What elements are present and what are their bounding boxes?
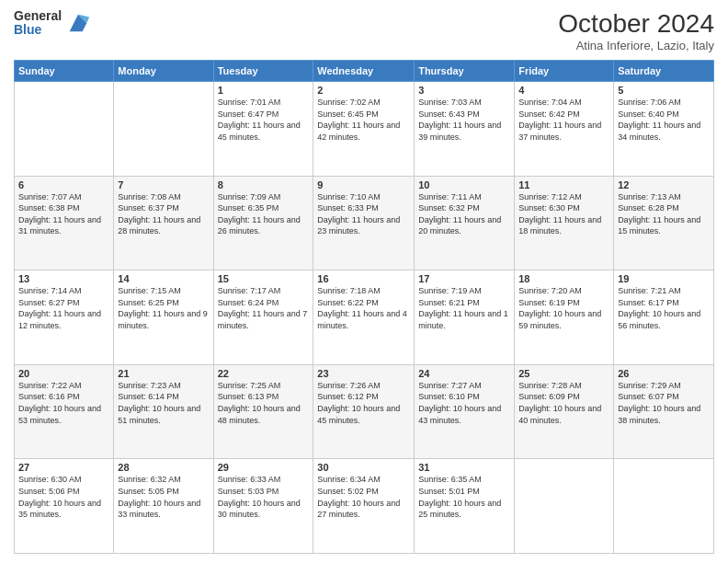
weekday-header-saturday: Saturday xyxy=(614,61,714,82)
day-info: Sunrise: 7:01 AMSunset: 6:47 PMDaylight:… xyxy=(218,97,310,143)
day-number: 13 xyxy=(18,273,109,284)
day-info: Sunrise: 7:21 AMSunset: 6:17 PMDaylight:… xyxy=(618,285,710,331)
day-cell: 5Sunrise: 7:06 AMSunset: 6:40 PMDaylight… xyxy=(614,82,714,177)
day-info: Sunrise: 7:15 AMSunset: 6:25 PMDaylight:… xyxy=(118,285,209,331)
day-info: Sunrise: 6:30 AMSunset: 5:06 PMDaylight:… xyxy=(18,474,109,520)
day-cell: 20Sunrise: 7:22 AMSunset: 6:16 PMDayligh… xyxy=(15,364,114,459)
day-info: Sunrise: 7:09 AMSunset: 6:35 PMDaylight:… xyxy=(218,191,310,237)
day-number: 27 xyxy=(18,462,109,473)
day-info: Sunrise: 7:13 AMSunset: 6:28 PMDaylight:… xyxy=(618,191,710,237)
day-cell: 18Sunrise: 7:20 AMSunset: 6:19 PMDayligh… xyxy=(515,270,614,365)
day-info: Sunrise: 7:19 AMSunset: 6:21 PMDaylight:… xyxy=(418,285,510,331)
day-info: Sunrise: 7:11 AMSunset: 6:32 PMDaylight:… xyxy=(418,191,510,237)
day-cell: 7Sunrise: 7:08 AMSunset: 6:37 PMDaylight… xyxy=(114,176,213,270)
day-cell: 24Sunrise: 7:27 AMSunset: 6:10 PMDayligh… xyxy=(415,364,515,459)
calendar-table: SundayMondayTuesdayWednesdayThursdayFrid… xyxy=(14,60,714,554)
day-number: 10 xyxy=(418,179,510,190)
day-number: 23 xyxy=(317,368,410,379)
day-cell: 4Sunrise: 7:04 AMSunset: 6:42 PMDaylight… xyxy=(515,82,614,177)
day-cell: 23Sunrise: 7:26 AMSunset: 6:12 PMDayligh… xyxy=(313,364,415,459)
day-info: Sunrise: 7:22 AMSunset: 6:16 PMDaylight:… xyxy=(18,380,109,426)
day-number: 5 xyxy=(618,85,710,96)
day-info: Sunrise: 7:28 AMSunset: 6:09 PMDaylight:… xyxy=(518,380,609,426)
day-number: 21 xyxy=(118,368,209,379)
day-cell: 31Sunrise: 6:35 AMSunset: 5:01 PMDayligh… xyxy=(415,459,515,554)
day-info: Sunrise: 7:06 AMSunset: 6:40 PMDaylight:… xyxy=(618,97,710,143)
day-info: Sunrise: 7:02 AMSunset: 6:45 PMDaylight:… xyxy=(317,97,410,143)
day-cell: 16Sunrise: 7:18 AMSunset: 6:22 PMDayligh… xyxy=(313,270,415,365)
location-subtitle: Atina Inferiore, Lazio, Italy xyxy=(558,39,714,52)
day-number: 15 xyxy=(218,273,310,284)
day-number: 24 xyxy=(418,368,510,379)
day-cell: 21Sunrise: 7:23 AMSunset: 6:14 PMDayligh… xyxy=(114,364,213,459)
day-number: 7 xyxy=(118,179,209,190)
day-info: Sunrise: 7:03 AMSunset: 6:43 PMDaylight:… xyxy=(418,97,510,143)
month-title: October 2024 xyxy=(558,9,714,39)
day-info: Sunrise: 7:20 AMSunset: 6:19 PMDaylight:… xyxy=(518,285,609,331)
week-row-4: 20Sunrise: 7:22 AMSunset: 6:16 PMDayligh… xyxy=(15,364,714,459)
day-cell xyxy=(614,459,714,554)
day-number: 6 xyxy=(18,179,109,190)
day-number: 19 xyxy=(618,273,710,284)
day-cell: 9Sunrise: 7:10 AMSunset: 6:33 PMDaylight… xyxy=(313,176,415,270)
day-info: Sunrise: 7:18 AMSunset: 6:22 PMDaylight:… xyxy=(317,285,410,331)
weekday-header-monday: Monday xyxy=(114,61,213,82)
day-cell: 19Sunrise: 7:21 AMSunset: 6:17 PMDayligh… xyxy=(614,270,714,365)
day-cell: 2Sunrise: 7:02 AMSunset: 6:45 PMDaylight… xyxy=(313,82,415,177)
day-number: 12 xyxy=(618,179,710,190)
day-number: 25 xyxy=(518,368,609,379)
day-number: 8 xyxy=(218,179,310,190)
day-cell: 25Sunrise: 7:28 AMSunset: 6:09 PMDayligh… xyxy=(515,364,614,459)
day-info: Sunrise: 7:07 AMSunset: 6:38 PMDaylight:… xyxy=(18,191,109,237)
day-info: Sunrise: 7:17 AMSunset: 6:24 PMDaylight:… xyxy=(218,285,310,331)
day-info: Sunrise: 7:04 AMSunset: 6:42 PMDaylight:… xyxy=(518,97,609,143)
logo-icon xyxy=(65,10,91,36)
day-cell: 17Sunrise: 7:19 AMSunset: 6:21 PMDayligh… xyxy=(415,270,515,365)
day-cell xyxy=(114,82,213,177)
day-info: Sunrise: 7:08 AMSunset: 6:37 PMDaylight:… xyxy=(118,191,209,237)
week-row-1: 1Sunrise: 7:01 AMSunset: 6:47 PMDaylight… xyxy=(15,82,714,177)
logo-general: General xyxy=(14,9,62,23)
day-number: 14 xyxy=(118,273,209,284)
day-number: 30 xyxy=(317,462,410,473)
day-number: 28 xyxy=(118,462,209,473)
day-info: Sunrise: 7:25 AMSunset: 6:13 PMDaylight:… xyxy=(218,380,310,426)
day-number: 20 xyxy=(18,368,109,379)
day-info: Sunrise: 6:34 AMSunset: 5:02 PMDaylight:… xyxy=(317,474,410,520)
day-number: 9 xyxy=(317,179,410,190)
day-number: 3 xyxy=(418,85,510,96)
logo-text: General Blue xyxy=(14,9,62,38)
day-cell xyxy=(15,82,114,177)
day-cell xyxy=(515,459,614,554)
day-cell: 14Sunrise: 7:15 AMSunset: 6:25 PMDayligh… xyxy=(114,270,213,365)
day-info: Sunrise: 6:35 AMSunset: 5:01 PMDaylight:… xyxy=(418,474,510,520)
day-cell: 10Sunrise: 7:11 AMSunset: 6:32 PMDayligh… xyxy=(415,176,515,270)
logo-blue: Blue xyxy=(14,23,62,37)
day-number: 26 xyxy=(618,368,710,379)
weekday-header-thursday: Thursday xyxy=(415,61,515,82)
day-cell: 22Sunrise: 7:25 AMSunset: 6:13 PMDayligh… xyxy=(213,364,313,459)
header: General Blue October 2024 Atina Inferior… xyxy=(14,9,714,52)
week-row-5: 27Sunrise: 6:30 AMSunset: 5:06 PMDayligh… xyxy=(15,459,714,554)
day-number: 31 xyxy=(418,462,510,473)
day-info: Sunrise: 7:10 AMSunset: 6:33 PMDaylight:… xyxy=(317,191,410,237)
weekday-header-wednesday: Wednesday xyxy=(313,61,415,82)
day-cell: 6Sunrise: 7:07 AMSunset: 6:38 PMDaylight… xyxy=(15,176,114,270)
week-row-2: 6Sunrise: 7:07 AMSunset: 6:38 PMDaylight… xyxy=(15,176,714,270)
weekday-header-row: SundayMondayTuesdayWednesdayThursdayFrid… xyxy=(15,61,714,82)
day-cell: 1Sunrise: 7:01 AMSunset: 6:47 PMDaylight… xyxy=(213,82,313,177)
day-number: 29 xyxy=(218,462,310,473)
day-info: Sunrise: 7:26 AMSunset: 6:12 PMDaylight:… xyxy=(317,380,410,426)
day-cell: 13Sunrise: 7:14 AMSunset: 6:27 PMDayligh… xyxy=(15,270,114,365)
logo: General Blue xyxy=(14,9,91,38)
day-info: Sunrise: 6:32 AMSunset: 5:05 PMDaylight:… xyxy=(118,474,209,520)
day-info: Sunrise: 7:12 AMSunset: 6:30 PMDaylight:… xyxy=(518,191,609,237)
day-cell: 15Sunrise: 7:17 AMSunset: 6:24 PMDayligh… xyxy=(213,270,313,365)
page: General Blue October 2024 Atina Inferior… xyxy=(0,0,728,563)
day-cell: 12Sunrise: 7:13 AMSunset: 6:28 PMDayligh… xyxy=(614,176,714,270)
day-info: Sunrise: 6:33 AMSunset: 5:03 PMDaylight:… xyxy=(218,474,310,520)
day-number: 1 xyxy=(218,85,310,96)
day-cell: 30Sunrise: 6:34 AMSunset: 5:02 PMDayligh… xyxy=(313,459,415,554)
day-cell: 26Sunrise: 7:29 AMSunset: 6:07 PMDayligh… xyxy=(614,364,714,459)
day-cell: 29Sunrise: 6:33 AMSunset: 5:03 PMDayligh… xyxy=(213,459,313,554)
